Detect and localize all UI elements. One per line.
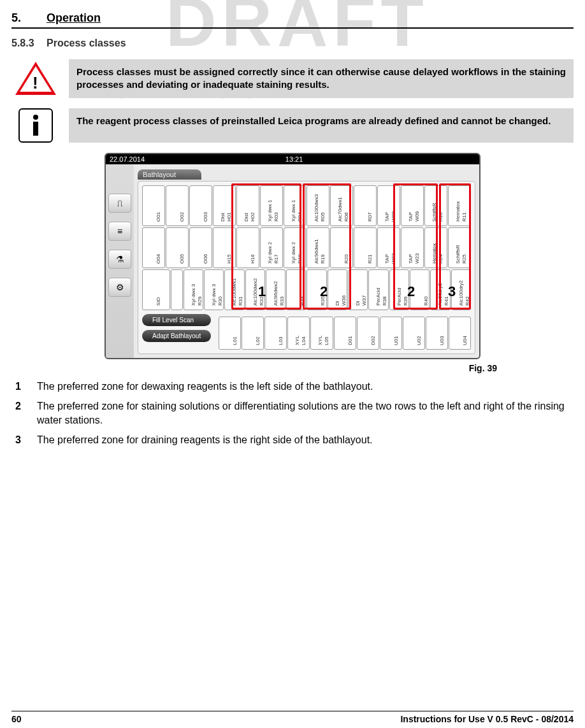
bath-slot[interactable]: R38PerAcid: [368, 269, 388, 310]
chapter-title: Operation: [47, 11, 101, 25]
section-header: 5.8.3 Process classes: [11, 38, 574, 49]
bath-slot[interactable]: R21: [354, 227, 377, 268]
bath-slot[interactable]: R30Xyl dwx 3: [204, 269, 224, 310]
highlight-3: 3: [448, 283, 456, 300]
adapt-bathlayout-button[interactable]: Adapt Bathlayout: [142, 330, 211, 342]
doc-revision: Instructions for Use V 0.5 RevC - 08/201…: [400, 714, 574, 724]
bath-slot[interactable]: R07: [354, 185, 377, 226]
fig-time: 13:21: [285, 155, 303, 163]
list-text-1: The preferred zone for dewaxing reagents…: [37, 380, 570, 394]
highlight-2a: 2: [320, 283, 328, 300]
bath-slot[interactable]: O04: [142, 227, 165, 268]
chapter-header: 5. Operation: [11, 11, 574, 29]
bath-slot[interactable]: R29Xyl dwx 3: [184, 269, 203, 310]
highlight-2b: 2: [407, 283, 415, 300]
list-num-2: 2: [15, 399, 37, 427]
sidebar-btn-4[interactable]: ⚙: [108, 278, 131, 297]
sidebar-btn-1[interactable]: ⎍: [108, 194, 131, 213]
list-num-3: 3: [15, 433, 37, 447]
load-slot[interactable]: D01: [334, 317, 356, 350]
page-number: 60: [11, 714, 22, 724]
chapter-number: 5.: [11, 11, 47, 25]
warning-text: Process classes must be assigned correct…: [69, 59, 574, 98]
sidebar-btn-3[interactable]: ⚗: [108, 250, 131, 269]
load-slot[interactable]: L02: [242, 317, 264, 350]
load-slot[interactable]: L05XYL: [310, 317, 333, 350]
info-callout: The reagent process classes of preinstal…: [11, 108, 574, 143]
bath-slot[interactable]: O02: [166, 185, 189, 226]
page-footer: 60 Instructions for Use V 0.5 RevC - 08/…: [11, 711, 574, 724]
list-item: 2 The preferred zone for staining soluti…: [15, 399, 570, 427]
fig-date: 22.07.2014: [110, 155, 145, 163]
load-slot[interactable]: U04: [449, 317, 471, 350]
sidebar-btn-2[interactable]: ≡: [108, 222, 131, 241]
list-text-3: The preferred zone for draining reagents…: [37, 433, 570, 447]
list-item: 1 The preferred zone for dewaxing reagen…: [15, 380, 570, 394]
section-title: Process classes: [47, 38, 126, 49]
bathlayout-title: Bathlayout: [138, 169, 201, 180]
load-slot[interactable]: U02: [403, 317, 425, 350]
load-slot[interactable]: U01: [380, 317, 402, 350]
fig-sidebar: ⎍ ≡ ⚗ ⚙: [106, 164, 134, 358]
info-icon: [18, 108, 53, 143]
highlight-1: 1: [258, 283, 266, 300]
load-slot[interactable]: L03: [264, 317, 287, 350]
load-slot[interactable]: L01: [219, 317, 241, 350]
list-text-2: The preferred zone for staining solution…: [37, 399, 570, 427]
list-item: 3 The preferred zone for draining reagen…: [15, 433, 570, 447]
load-slot[interactable]: U03: [426, 317, 448, 350]
load-slot[interactable]: D02: [357, 317, 379, 350]
bath-slot[interactable]: O06: [189, 227, 212, 268]
list-num-1: 1: [15, 380, 37, 394]
figure-caption: Fig. 39: [469, 363, 497, 373]
fill-level-scan-button[interactable]: Fill Level Scan: [142, 314, 211, 326]
figure-screenshot: 22.07.2014 13:21 ⎍ ≡ ⚗ ⚙ Bathlayout O01O…: [105, 153, 480, 359]
warning-callout: ! Process classes must be assigned corre…: [11, 59, 574, 98]
legend-list: 1 The preferred zone for dewaxing reagen…: [11, 380, 574, 447]
bath-slot[interactable]: [171, 269, 183, 310]
bath-slot[interactable]: O01: [142, 185, 165, 226]
section-number: 5.8.3: [11, 38, 47, 49]
bath-slot[interactable]: O03: [189, 185, 212, 226]
warning-icon: !: [15, 62, 56, 95]
load-slot[interactable]: L04XYL: [287, 317, 310, 350]
bath-slot[interactable]: SID: [142, 269, 170, 310]
info-text: The reagent process classes of preinstal…: [69, 108, 574, 143]
bath-slot[interactable]: O05: [166, 227, 189, 268]
